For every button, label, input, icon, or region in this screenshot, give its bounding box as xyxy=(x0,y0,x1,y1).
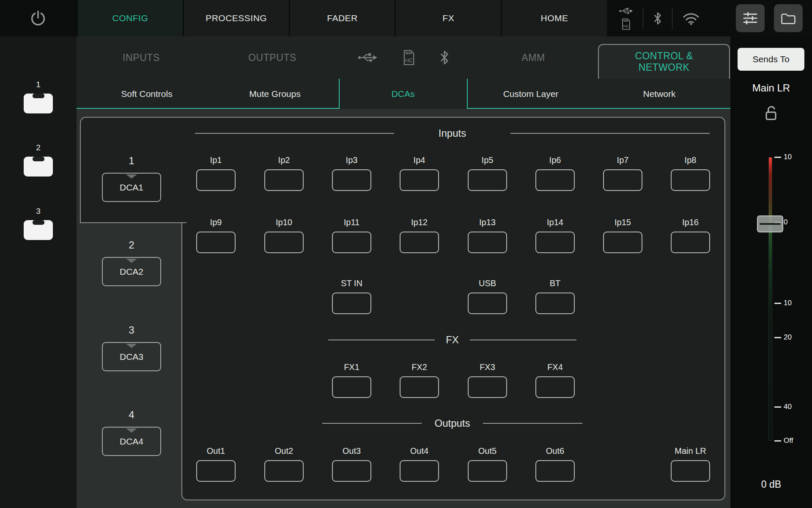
fader-cap[interactable] xyxy=(757,215,783,232)
dca-number: 3 xyxy=(77,324,187,337)
assign-toggle[interactable] xyxy=(468,460,507,482)
assign-toggle[interactable] xyxy=(671,232,710,253)
dca-label: DCA1 xyxy=(120,182,143,193)
assign-toggle[interactable] xyxy=(535,460,575,482)
tab-fx[interactable]: FX xyxy=(396,0,501,36)
fx-section-header: FX xyxy=(195,332,710,348)
dca2-button[interactable]: DCA2 xyxy=(102,257,161,286)
tab-processing[interactable]: PROCESSING xyxy=(184,0,289,36)
dca1-button[interactable]: DCA1 xyxy=(102,173,161,202)
header-rule xyxy=(510,133,710,134)
inputs-section-header: Inputs xyxy=(195,125,710,141)
sends-to-button[interactable]: Sends To xyxy=(738,48,804,71)
assign-toggle[interactable] xyxy=(535,169,575,191)
fx-header-label: FX xyxy=(446,334,459,346)
usb-tab-icon[interactable] xyxy=(357,51,378,64)
assign-cell-st-in: ST IN xyxy=(332,277,371,314)
assign-cell-ip13: Ip13 xyxy=(468,216,507,253)
dca-item-3: 3 DCA3 xyxy=(77,324,187,371)
dca-number: 2 xyxy=(77,239,187,251)
assign-toggle[interactable] xyxy=(332,232,371,253)
sd-card-tab-icon[interactable]: HC xyxy=(402,49,416,66)
assign-panel: Inputs Ip1 Ip2 Ip3 Ip4 Ip5 Ip6 Ip7 Ip8 I… xyxy=(181,117,725,500)
usb-status-icon xyxy=(618,6,634,16)
assign-toggle[interactable] xyxy=(264,232,304,253)
assign-toggle[interactable] xyxy=(196,460,236,482)
tab-custom-layer[interactable]: Custom Layer xyxy=(503,89,559,99)
tab-config[interactable]: CONFIG xyxy=(78,0,183,36)
unlock-icon[interactable] xyxy=(763,104,779,122)
assign-toggle[interactable] xyxy=(196,232,236,253)
library-button[interactable] xyxy=(774,4,803,32)
dca-number: 4 xyxy=(77,409,187,421)
softkey-button[interactable] xyxy=(24,94,53,113)
power-button[interactable] xyxy=(25,6,51,31)
folder-icon xyxy=(780,12,796,25)
assign-toggle[interactable] xyxy=(400,169,439,191)
scene-menu-button[interactable] xyxy=(736,4,765,32)
tab-dcas[interactable]: DCAs xyxy=(392,89,415,99)
active-tab-edge xyxy=(339,79,340,109)
assign-toggle[interactable] xyxy=(468,232,507,253)
header-rule xyxy=(483,423,582,424)
assign-toggle[interactable] xyxy=(332,460,371,482)
inputs-header-label: Inputs xyxy=(439,127,466,139)
tab-mute-groups[interactable]: Mute Groups xyxy=(249,89,300,99)
softkey-button[interactable] xyxy=(24,157,53,177)
tab-outputs[interactable]: OUTPUTS xyxy=(248,52,296,64)
fader-tick-label: 0 xyxy=(784,218,787,226)
assign-toggle[interactable] xyxy=(332,169,371,191)
header-rule xyxy=(328,340,435,340)
assign-toggle[interactable] xyxy=(535,293,575,314)
topbar: CONFIG PROCESSING FADER FX HOME xyxy=(0,0,812,36)
assign-toggle[interactable] xyxy=(264,460,304,482)
assign-toggle[interactable] xyxy=(603,232,642,253)
channel-name: Main LR xyxy=(730,82,812,94)
assign-toggle[interactable] xyxy=(400,232,439,253)
assign-toggle[interactable] xyxy=(603,169,642,191)
assign-toggle[interactable] xyxy=(671,460,710,482)
fader-tick-label: 20 xyxy=(784,333,792,342)
assign-toggle[interactable] xyxy=(535,232,575,253)
assign-toggle[interactable] xyxy=(196,169,236,191)
dca3-button[interactable]: DCA3 xyxy=(102,342,161,371)
fader-tick-label: 10 xyxy=(784,153,792,161)
tab-network[interactable]: Network xyxy=(643,89,675,99)
assign-cell-ip8: Ip8 xyxy=(671,154,710,191)
dca-label: DCA3 xyxy=(120,352,143,362)
tab-control-network[interactable]: CONTROL & NETWORK xyxy=(598,44,730,79)
tab-inputs[interactable]: INPUTS xyxy=(123,52,160,64)
dca4-button[interactable]: DCA4 xyxy=(102,427,161,456)
fader-track[interactable] xyxy=(768,157,772,441)
dca-item-4: 4 DCA4 xyxy=(77,409,187,456)
softkey-3: 3 xyxy=(0,205,77,240)
tab-amm[interactable]: AMM xyxy=(521,52,545,64)
tab-home[interactable]: HOME xyxy=(502,0,607,36)
dca-item-2: 2 DCA2 xyxy=(77,239,187,286)
assign-cell-fx1: FX1 xyxy=(332,361,371,398)
assign-toggle[interactable] xyxy=(332,293,371,314)
softkey-button[interactable] xyxy=(24,220,53,240)
assign-toggle[interactable] xyxy=(264,169,304,191)
assign-toggle[interactable] xyxy=(671,169,710,191)
assign-cell-fx4: FX4 xyxy=(535,361,575,398)
svg-text:HC: HC xyxy=(623,24,629,28)
assign-toggle[interactable] xyxy=(400,460,439,482)
softkey-2: 2 xyxy=(0,142,77,177)
tab-soft-controls[interactable]: Soft Controls xyxy=(121,89,172,99)
assign-cell-out1: Out1 xyxy=(196,445,236,482)
assign-toggle[interactable] xyxy=(468,293,507,314)
page-tab-bar: INPUTS OUTPUTS HC xyxy=(77,36,730,79)
assign-cell-ip11: Ip11 xyxy=(332,216,371,253)
header-rule xyxy=(195,133,394,134)
assign-toggle[interactable] xyxy=(400,376,439,398)
assign-toggle[interactable] xyxy=(535,376,575,398)
active-tab-edge xyxy=(467,79,468,109)
tab-fader[interactable]: FADER xyxy=(290,0,395,36)
assign-toggle[interactable] xyxy=(332,376,371,398)
assign-toggle[interactable] xyxy=(468,169,507,191)
fader-tick xyxy=(774,440,781,442)
outputs-section-header: Outputs xyxy=(195,415,710,431)
assign-toggle[interactable] xyxy=(468,376,507,398)
bluetooth-tab-icon[interactable] xyxy=(439,50,450,66)
